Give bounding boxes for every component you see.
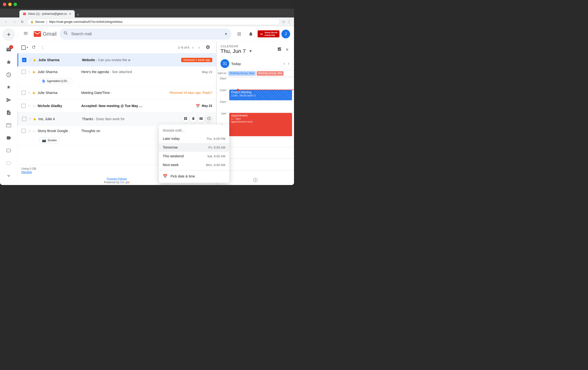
attachment-chip-2[interactable]: Agendafor1120... [39, 78, 72, 84]
apps-button[interactable] [234, 29, 244, 39]
star-icon-1[interactable]: ☆ [28, 57, 32, 62]
url-separator: | [46, 20, 47, 23]
email-row-4[interactable]: ☆ ▷ Nichole Gladky Accepted: New meeting… [18, 99, 216, 112]
email-checkbox-5[interactable] [22, 117, 26, 121]
label3-icon-button[interactable] [3, 145, 15, 156]
email-checkbox-3[interactable] [21, 91, 26, 95]
select-all-checkbox[interactable] [21, 45, 26, 50]
minimize-traffic-light[interactable] [8, 3, 12, 6]
mark-unread-button-5[interactable] [198, 115, 204, 123]
inbox-icon-button[interactable]: 1 [3, 44, 15, 55]
next-page-button[interactable]: › [197, 44, 202, 52]
sent-icon-button[interactable] [3, 94, 15, 106]
email-row-3[interactable]: ☆ ▶ Julie Sharma Meeting Date/Time - Rec… [18, 86, 216, 99]
maximize-traffic-light[interactable] [14, 3, 17, 6]
snooze-pick-datetime[interactable]: 📅 Pick date & time [159, 171, 229, 181]
email-toolbar: ▼ ⋮ 1–6 of 6 ‹ › [18, 42, 216, 54]
snooze-weekend-time: Sat, 8:00 AM [207, 154, 225, 158]
snooze-item-this-weekend[interactable]: This weekend Sat, 8:00 AM [159, 152, 229, 161]
importance-marker-3: ▶ [33, 91, 36, 95]
settings-button[interactable] [203, 43, 212, 52]
snooze-item-later-today[interactable]: Later today Thu, 6:00 PM [159, 134, 229, 143]
appointment-title: Appointment [231, 114, 290, 117]
label4-icon-button[interactable] [3, 157, 15, 169]
line-6pm [227, 170, 294, 170]
appointment-event[interactable]: Appointment 1 – 3pm appointment room [229, 113, 292, 136]
today-nav: 31 Today ‹ › [217, 57, 294, 70]
archive-button-5[interactable] [182, 115, 189, 123]
more-icon-button[interactable] [3, 170, 15, 182]
gmail-logo: Gmail [33, 30, 56, 38]
select-all-checkbox-area[interactable]: ▼ [21, 45, 29, 50]
email-checkbox-1[interactable] [22, 58, 26, 62]
snooze-item-next-week[interactable]: Next week Mon, 8:00 AM [159, 161, 229, 169]
allday-event-2[interactable]: Working Group, 9an [257, 71, 283, 76]
star-icon-2[interactable]: ☆ [28, 70, 31, 74]
email-checkbox-2[interactable] [21, 70, 26, 74]
snooze-tomorrow-label: Tomorrow [163, 145, 178, 149]
snoozed-icon-button[interactable] [3, 69, 15, 81]
manage-storage-link[interactable]: Manage [21, 170, 32, 174]
url-text: https://mail.google.com/mail/u/0/?zx=lcl… [49, 20, 277, 23]
bookmark-button[interactable]: ☆ [282, 19, 285, 24]
user-avatar[interactable]: J [281, 30, 290, 38]
calendar-header: CALENDAR Thu, Jun 7 ▼ ✕ [217, 42, 294, 57]
next-day-button[interactable]: › [287, 60, 290, 67]
calendar-date[interactable]: Thu, Jun 7 [220, 48, 246, 54]
more-options-button[interactable]: ⋮ [39, 43, 47, 52]
calendar-open-button[interactable] [276, 45, 283, 54]
back-button[interactable]: ← [3, 19, 9, 25]
select-dropdown-arrow[interactable]: ▼ [26, 46, 29, 49]
allday-events: GMT-04 Working Group, 9am Working Group,… [217, 70, 294, 77]
calendar-dropdown-button[interactable]: ▼ [248, 48, 253, 54]
hamburger-menu-button[interactable] [21, 29, 30, 39]
calendar-info-button[interactable]: ⓘ [253, 177, 258, 183]
important-icon-button[interactable] [3, 82, 15, 93]
gmail-header: Gmail Search mail ▼ [18, 26, 294, 42]
tab-close-button[interactable]: ✕ [69, 12, 71, 16]
refresh-button[interactable]: ↻ [19, 19, 25, 25]
received-badge-3: Received 16 days ago. Reply? [169, 91, 212, 94]
close-traffic-light[interactable] [3, 3, 6, 6]
email-row-1[interactable]: ☆ ▶ Julie Sharma Website - Can you revie… [18, 54, 216, 66]
importance-marker-5: ▶ [34, 117, 36, 121]
search-bar[interactable]: Search mail ▼ [59, 28, 231, 40]
drafts-icon-button[interactable] [3, 107, 15, 119]
star-icon-3[interactable]: ☆ [28, 90, 31, 95]
forward-button[interactable]: → [11, 19, 18, 25]
snooze-pick-label: Pick date & time [170, 174, 195, 178]
search-input-text[interactable]: Search mail [71, 32, 221, 36]
attachment-chip-6[interactable]: 📷 Screen [39, 137, 60, 143]
today-button[interactable]: Today [231, 62, 281, 66]
project-meeting-event[interactable]: Project Meeting 11am, SkyScraper-3 [229, 90, 292, 100]
delete-button-5[interactable] [190, 115, 197, 123]
refresh-mail-button[interactable] [30, 43, 38, 52]
prev-page-button[interactable]: ‹ [190, 44, 195, 52]
star-icon-6[interactable]: ☆ [28, 129, 31, 133]
email-checkbox-6[interactable] [21, 129, 26, 133]
search-dropdown-button[interactable]: ▼ [224, 32, 228, 36]
starred-icon-button[interactable] [3, 56, 15, 68]
email-row-2[interactable]: ☆ ▶ Julie Sharma Here's the agenda - See… [18, 66, 216, 77]
label2-icon-button[interactable] [3, 132, 15, 144]
email-row-group-2: ☆ ▶ Julie Sharma Here's the agenda - See… [18, 66, 216, 86]
active-tab[interactable]: Inbox (1) - jssharma@gtest.cc ✕ [19, 10, 75, 18]
star-icon-5[interactable]: ☆ [28, 117, 32, 121]
snooze-next-week-time: Mon, 8:00 AM [206, 163, 225, 167]
browser-menu-button[interactable]: ⋮ [287, 19, 291, 24]
program-policies-link[interactable]: Program Policies [107, 177, 127, 180]
prev-day-button[interactable]: ‹ [283, 60, 286, 67]
calendar-close-button[interactable]: ✕ [284, 45, 290, 54]
snooze-button-5[interactable] [205, 115, 212, 123]
snooze-item-tomorrow[interactable]: Tomorrow Fri, 8:00 AM [159, 143, 229, 152]
email-row-5[interactable]: ☆ ▶ me, Julie 4 Thanks - Does 9am work f… [18, 112, 216, 126]
label1-icon-button[interactable] [3, 120, 15, 131]
notifications-button[interactable] [246, 29, 256, 39]
star-icon-4[interactable]: ☆ [28, 103, 31, 108]
new-tab-button[interactable]: + [75, 12, 81, 18]
allday-event-1[interactable]: Working Group, 9am [228, 71, 256, 76]
compose-button[interactable] [2, 28, 15, 41]
powered-text: Powered by [104, 181, 120, 184]
url-bar[interactable]: 🔒 Secure | https://mail.google.com/mail/… [27, 19, 280, 25]
email-checkbox-4[interactable] [21, 104, 26, 108]
